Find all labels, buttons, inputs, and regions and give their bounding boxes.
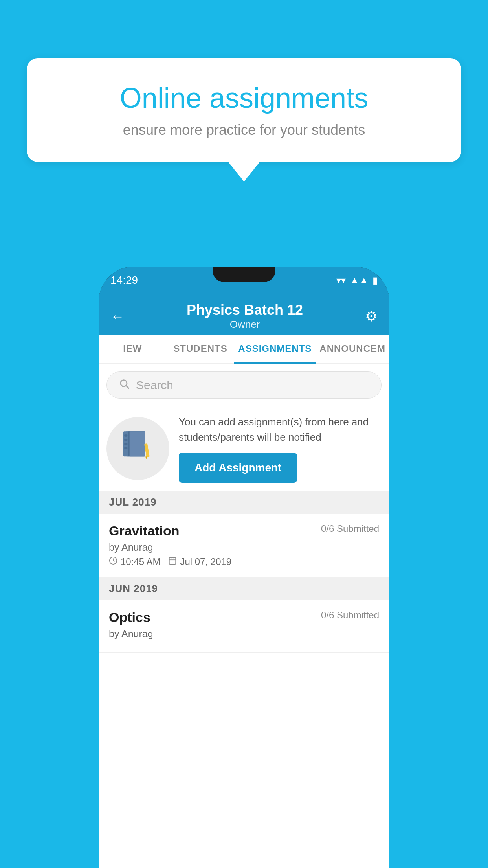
speech-bubble-container: Online assignments ensure more practice … [27,58,461,182]
section-header-jul: JUL 2019 [99,491,389,514]
info-text-block: You can add assignment(s) from here and … [179,414,382,483]
assignment-date: Jul 07, 2019 [180,556,231,567]
search-bar[interactable]: Search [106,371,382,399]
speech-bubble-pointer [228,162,260,182]
tab-announcements[interactable]: ANNOUNCEM [316,335,389,363]
optics-submitted: 0/6 Submitted [321,610,379,621]
header-top: ← Physics Batch 12 Owner ⚙ [110,302,378,335]
phone-screen: ← Physics Batch 12 Owner ⚙ IEW STUDENTS … [99,294,389,868]
status-icons: ▾▾ ▲▲ ▮ [336,275,378,286]
tabs-bar: IEW STUDENTS ASSIGNMENTS ANNOUNCEM [99,335,389,364]
svg-rect-8 [124,443,127,445]
tab-students[interactable]: STUDENTS [167,335,235,363]
svg-rect-4 [130,431,145,456]
assignment-time: 10:45 AM [121,556,160,567]
phone-frame: 14:29 ▾▾ ▲▲ ▮ ← Physics Batch 12 Owner ⚙… [99,267,389,868]
back-button[interactable]: ← [110,308,125,325]
assignment-meta: 10:45 AM Jul 07, 2019 [109,556,379,567]
batch-role: Owner [125,318,365,331]
status-bar: 14:29 ▾▾ ▲▲ ▮ [99,267,389,294]
wifi-icon: ▾▾ [336,275,346,286]
clock-icon [109,556,117,567]
search-icon [119,378,130,392]
header-title-block: Physics Batch 12 Owner [125,302,365,331]
assignment-icon-circle [106,417,169,480]
signal-icon: ▲▲ [350,275,369,286]
svg-rect-9 [124,447,127,449]
add-assignment-button[interactable]: Add Assignment [179,453,297,483]
notch [213,267,275,282]
settings-button[interactable]: ⚙ [365,308,378,325]
info-description: You can add assignment(s) from here and … [179,414,382,445]
assignment-top: Gravitation 0/6 Submitted [109,523,379,539]
assignment-author: by Anurag [109,542,379,553]
svg-rect-6 [124,434,127,436]
battery-icon: ▮ [372,275,378,286]
tab-assignments[interactable]: ASSIGNMENTS [234,335,316,363]
status-time: 14:29 [110,274,138,287]
tab-iew[interactable]: IEW [99,335,167,363]
assignment-top-optics: Optics 0/6 Submitted [109,610,379,625]
info-card: You can add assignment(s) from here and … [99,406,389,491]
section-header-jun: JUN 2019 [99,577,389,600]
speech-bubble-subtitle: ensure more practice for your students [54,122,434,138]
notebook-icon [122,429,154,468]
assignment-title: Gravitation [109,523,179,539]
assignment-item-gravitation[interactable]: Gravitation 0/6 Submitted by Anurag 10:4… [99,514,389,577]
date-meta: Jul 07, 2019 [168,556,231,567]
optics-title: Optics [109,610,150,625]
calendar-icon [168,556,177,567]
speech-bubble: Online assignments ensure more practice … [27,58,461,162]
speech-bubble-title: Online assignments [54,82,434,114]
svg-rect-7 [124,439,127,441]
svg-rect-13 [169,558,176,565]
batch-title: Physics Batch 12 [125,302,365,318]
svg-line-1 [126,386,128,388]
assignment-item-optics[interactable]: Optics 0/6 Submitted by Anurag [99,600,389,653]
assignment-submitted: 0/6 Submitted [321,523,379,534]
optics-author: by Anurag [109,628,379,640]
app-header: ← Physics Batch 12 Owner ⚙ [99,294,389,335]
time-meta: 10:45 AM [109,556,160,567]
search-placeholder: Search [136,379,173,392]
